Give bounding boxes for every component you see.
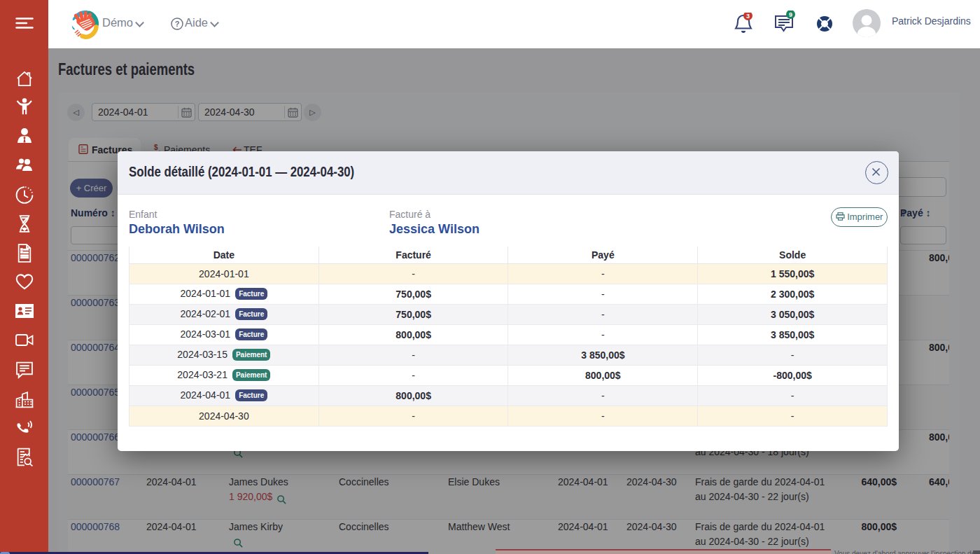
svg-text:3: 3 <box>746 13 750 20</box>
svg-text:9: 9 <box>789 11 792 18</box>
svg-text:?: ? <box>175 20 180 28</box>
